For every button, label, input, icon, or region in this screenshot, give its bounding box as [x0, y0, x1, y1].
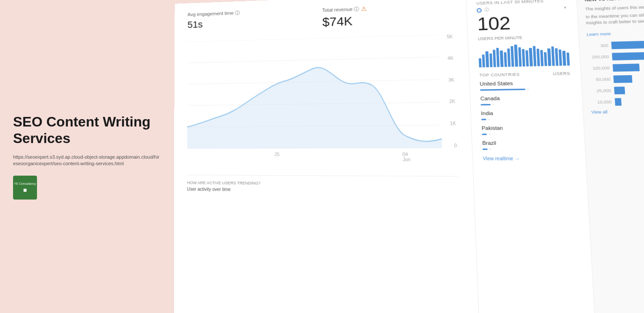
rs-subtitle: The insights of users this week	[585, 3, 644, 11]
top-countries-label: TOP COUNTRIES USERS	[480, 71, 570, 78]
country-bar	[481, 104, 491, 105]
h-bar	[614, 87, 625, 94]
country-value: -	[527, 87, 529, 92]
bar-item	[493, 50, 496, 67]
page-url: https://seoexpert.s3.syd.ap.cloud-object…	[13, 154, 161, 167]
chart-area	[187, 35, 442, 149]
country-bar	[482, 133, 487, 135]
analytics-bg: Avg engagement time ⓘ 51s Total revenue …	[173, 0, 644, 313]
users-panel: USERS IN LAST 30 MINUTES ⓘ ▾ 102 USERS P…	[466, 0, 595, 313]
bar-item	[537, 49, 540, 66]
bar-chart	[478, 42, 570, 67]
engagement-value: 51s	[188, 15, 309, 30]
country-row: Pakistan -	[482, 125, 574, 137]
svg-line-1	[188, 57, 439, 63]
h-bar	[615, 98, 622, 106]
rs-title: NEW VS RETURNING USERS	[584, 0, 644, 2]
h-bar-chart: 300 200,000 100,000 50,000 25,000 10,000	[587, 40, 644, 106]
h-bar	[611, 40, 644, 49]
country-bar	[481, 119, 486, 120]
country-row: Brazil -	[482, 140, 574, 152]
h-bar-label: 50,000	[589, 77, 610, 82]
view-all-link[interactable]: View all	[591, 109, 644, 114]
left-panel: SEO Content Writing Services https://seo…	[0, 0, 174, 313]
bar-item	[540, 50, 543, 66]
bar-item	[479, 58, 482, 67]
country-row: India -	[481, 110, 573, 122]
stats-row: Avg engagement time ⓘ 51s Total revenue …	[188, 2, 453, 33]
chart-section: Avg engagement time ⓘ 51s Total revenue …	[173, 0, 479, 313]
bar-item	[559, 50, 562, 66]
rs-description: In the meantime you can still see your c…	[586, 11, 644, 26]
country-bar	[483, 148, 488, 150]
h-bar-row: 50,000	[589, 74, 644, 84]
bar-item	[518, 47, 522, 67]
logo-box: YE Consultancy ■	[13, 176, 37, 200]
engagement-card: Avg engagement time ⓘ 51s	[188, 7, 309, 30]
country-name: Pakistan	[482, 125, 574, 131]
bar-item	[482, 54, 485, 67]
h-bar-label: 10,000	[590, 100, 612, 104]
country-name: India	[481, 110, 573, 116]
h-bar-row: 300	[587, 40, 644, 50]
bar-item	[563, 51, 566, 66]
country-value: -	[493, 102, 494, 107]
bar-item	[500, 50, 503, 67]
logo-text: YE Consultancy	[14, 182, 36, 186]
analytics-panel: Avg engagement time ⓘ 51s Total revenue …	[173, 0, 644, 313]
h-bar-label: 300	[587, 43, 609, 49]
bar-item	[547, 48, 551, 66]
status-indicator	[476, 8, 482, 13]
bar-item	[489, 53, 492, 67]
bar-item	[486, 51, 489, 67]
h-bar-label: 200,000	[588, 54, 609, 60]
h-bar-label: 100,000	[589, 66, 610, 71]
bar-item	[526, 50, 529, 67]
x-axis: 25 04Jun	[187, 152, 443, 162]
country-row: United States -	[480, 80, 571, 92]
country-value: -	[489, 132, 490, 137]
country-value: -	[488, 117, 490, 122]
country-value: -	[490, 147, 491, 151]
h-bar-row: 200,000	[588, 51, 644, 61]
h-bar-row: 100,000	[588, 63, 644, 72]
line-chart: 5K 4K 3K 2K 1K 0 25 04Jun	[187, 34, 457, 162]
country-name: Brazil	[482, 140, 574, 146]
bar-item	[533, 46, 536, 67]
y-axis: 5K 4K 3K 2K 1K 0	[447, 34, 457, 148]
country-row: Canada -	[480, 94, 572, 107]
revenue-card: Total revenue ⓘ ⚠ $74K	[322, 2, 452, 29]
bar-item	[529, 48, 533, 66]
h-bar	[613, 64, 640, 72]
users-per-minute-label: USERS PER MINUTE	[478, 34, 568, 41]
bottom-sublabel: User activity over time	[187, 186, 459, 194]
bar-item	[566, 53, 570, 66]
users-count: 102	[477, 12, 568, 33]
countries-list: United States - Canada - India - Pakista…	[480, 80, 574, 151]
bar-item	[504, 52, 507, 67]
country-name: United States	[480, 80, 571, 87]
warning-icon: ⚠	[361, 5, 367, 13]
bar-item	[511, 46, 514, 67]
bottom-label: HOW ARE ACTIVE USERS TRENDING?	[187, 180, 459, 187]
h-bar-row: 10,000	[590, 97, 644, 106]
revenue-value: $74K	[322, 11, 453, 29]
country-bar	[480, 88, 525, 90]
bar-item	[514, 45, 518, 67]
h-bar	[613, 75, 632, 83]
h-bar-label: 25,000	[590, 88, 611, 93]
country-name: Canada	[480, 94, 572, 101]
bar-item	[522, 49, 525, 67]
bar-item	[555, 48, 558, 66]
page-title: SEO Content Writing Services	[13, 113, 161, 147]
view-realtime-link[interactable]: View realtime →	[483, 156, 575, 161]
h-bar	[612, 52, 644, 60]
h-bar-row: 25,000	[590, 86, 644, 95]
svg-line-0	[188, 35, 438, 42]
learn-more-link[interactable]: Learn more	[587, 32, 611, 37]
logo-icon: ■	[23, 186, 27, 193]
bar-item	[507, 48, 511, 67]
bar-item	[551, 47, 555, 66]
bar-item	[544, 52, 547, 66]
bar-item	[496, 48, 500, 67]
